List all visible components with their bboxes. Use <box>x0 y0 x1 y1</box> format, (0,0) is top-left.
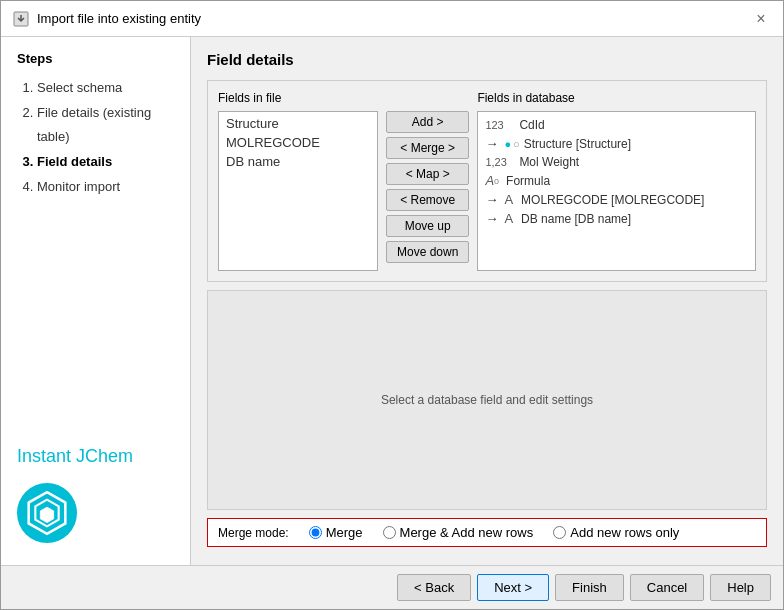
db-field-item[interactable]: → A MOLREGCODE [MOLREGCODE] <box>482 190 751 209</box>
add-only-radio-label: Add new rows only <box>570 525 679 540</box>
import-icon <box>13 11 29 27</box>
add-only-radio-option[interactable]: Add new rows only <box>553 525 679 540</box>
hexagon-icon <box>22 488 72 538</box>
fields-in-file-panel: Fields in file Structure MOLREGCODE DB n… <box>218 91 378 271</box>
mapping-buttons: Add > < Merge > < Map > < Remove Move up… <box>386 91 469 271</box>
merge-radio-label: Merge <box>326 525 363 540</box>
dialog-title: Import file into existing entity <box>37 11 201 26</box>
back-button[interactable]: < Back <box>397 574 471 601</box>
fields-in-db-panel: Fields in database 123 CdId → ● ○ <box>477 91 756 271</box>
add-button[interactable]: Add > <box>386 111 469 133</box>
field-mapping-area: Fields in file Structure MOLREGCODE DB n… <box>207 80 767 282</box>
merge-add-radio-option[interactable]: Merge & Add new rows <box>383 525 534 540</box>
merge-radio-option[interactable]: Merge <box>309 525 363 540</box>
steps-panel: Steps Select schema File details (existi… <box>17 51 174 199</box>
merge-add-radio[interactable] <box>383 526 396 539</box>
list-item[interactable]: Structure <box>221 114 375 133</box>
title-bar: Import file into existing entity × <box>1 1 783 37</box>
list-item[interactable]: DB name <box>221 152 375 171</box>
db-field-label: Formula <box>506 174 550 188</box>
fields-in-db-header: Fields in database <box>477 91 756 105</box>
merge-add-radio-label: Merge & Add new rows <box>400 525 534 540</box>
title-bar-left: Import file into existing entity <box>13 11 201 27</box>
step-4: Monitor import <box>37 175 174 200</box>
db-field-label: Mol Weight <box>519 155 579 169</box>
step-2: File details (existing table) <box>37 101 174 150</box>
circle-icon: ● <box>504 138 511 150</box>
steps-title: Steps <box>17 51 174 66</box>
arrow-icon: → <box>485 211 498 226</box>
map-button[interactable]: < Map > <box>386 163 469 185</box>
cancel-button[interactable]: Cancel <box>630 574 704 601</box>
add-only-radio[interactable] <box>553 526 566 539</box>
subscript-icon: o <box>494 176 499 186</box>
content-area: Steps Select schema File details (existi… <box>1 37 783 565</box>
steps-list: Select schema File details (existing tab… <box>17 76 174 199</box>
help-button[interactable]: Help <box>710 574 771 601</box>
merge-radio[interactable] <box>309 526 322 539</box>
step-3: Field details <box>37 150 174 175</box>
brand-logo <box>17 483 77 543</box>
merge-mode-label: Merge mode: <box>218 526 289 540</box>
db-field-item[interactable]: 123 CdId <box>482 116 751 134</box>
db-field-label: MOLREGCODE [MOLREGCODE] <box>521 193 704 207</box>
svg-marker-3 <box>40 507 53 522</box>
field-type-icon: 123 <box>485 119 515 131</box>
merge-mode-row: Merge mode: Merge Merge & Add new rows A… <box>207 518 767 547</box>
fields-in-file-list[interactable]: Structure MOLREGCODE DB name <box>218 111 378 271</box>
settings-panel: Select a database field and edit setting… <box>207 290 767 510</box>
db-fields-list[interactable]: 123 CdId → ● ○ Structure [Structure] <box>477 111 756 271</box>
sidebar: Steps Select schema File details (existi… <box>1 37 191 565</box>
db-field-label: DB name [DB name] <box>521 212 631 226</box>
dialog: Import file into existing entity × Steps… <box>0 0 784 610</box>
merge-button[interactable]: < Merge > <box>386 137 469 159</box>
field-type-icon: 1,23 <box>485 156 515 168</box>
close-button[interactable]: × <box>751 9 771 29</box>
section-title: Field details <box>207 51 767 68</box>
list-item[interactable]: MOLREGCODE <box>221 133 375 152</box>
db-field-label: Structure [Structure] <box>524 137 631 151</box>
arrow-icon: → <box>485 136 498 151</box>
a-icon: A <box>504 192 513 207</box>
main-area: Field details Fields in file Structure M… <box>191 37 783 565</box>
move-down-button[interactable]: Move down <box>386 241 469 263</box>
small-circle-icon: ○ <box>513 138 520 150</box>
db-field-item[interactable]: A o Formula <box>482 171 751 190</box>
footer: < Back Next > Finish Cancel Help <box>1 565 783 609</box>
fields-in-file-header: Fields in file <box>218 91 378 105</box>
move-up-button[interactable]: Move up <box>386 215 469 237</box>
db-field-label: CdId <box>519 118 544 132</box>
formula-A-icon: A <box>485 173 494 188</box>
db-field-item[interactable]: → A DB name [DB name] <box>482 209 751 228</box>
step-1: Select schema <box>37 76 174 101</box>
db-field-item[interactable]: 1,23 Mol Weight <box>482 153 751 171</box>
brand-text: Instant JChem <box>17 446 133 475</box>
settings-hint: Select a database field and edit setting… <box>381 393 593 407</box>
db-field-item[interactable]: → ● ○ Structure [Structure] <box>482 134 751 153</box>
remove-button[interactable]: < Remove <box>386 189 469 211</box>
finish-button[interactable]: Finish <box>555 574 624 601</box>
arrow-icon: → <box>485 192 498 207</box>
a-icon: A <box>504 211 513 226</box>
next-button[interactable]: Next > <box>477 574 549 601</box>
sidebar-bottom: Instant JChem <box>17 446 174 551</box>
